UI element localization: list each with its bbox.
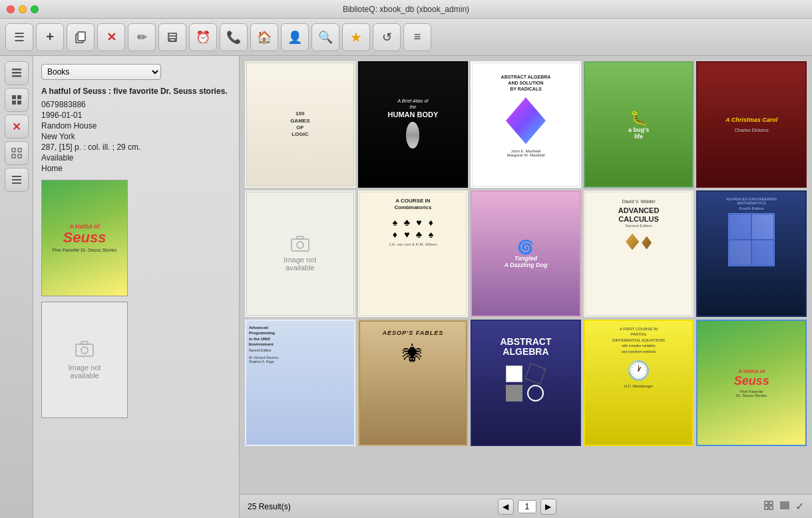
svg-point-19: [81, 347, 88, 354]
camera-icon: [75, 340, 95, 361]
copy-button[interactable]: [67, 23, 95, 51]
svg-rect-30: [781, 507, 789, 509]
svg-rect-28: [781, 502, 789, 503]
grid-cell-5[interactable]: A Christmas Carol Charles Dickens: [696, 61, 807, 188]
titlebar: BiblioteQ: xbook_db (xbook_admin): [0, 0, 812, 19]
svg-rect-1: [78, 32, 85, 41]
bottom-icon-2[interactable]: [779, 500, 790, 513]
bottom-icon-1[interactable]: [763, 500, 774, 513]
svg-rect-27: [769, 506, 773, 509]
tools-button[interactable]: ✏: [128, 23, 156, 51]
svg-rect-6: [12, 75, 21, 77]
refresh-button[interactable]: ↺: [373, 23, 401, 51]
grid-cell-4[interactable]: 🐛 a bug'slife: [584, 61, 694, 188]
no-image-label: Image notavailable: [284, 256, 316, 272]
svg-rect-8: [17, 95, 21, 99]
svg-rect-23: [297, 236, 304, 239]
grid-cell-13[interactable]: ABSTRACTALGEBRA: [471, 320, 581, 446]
book-cover-placeholder: Image notavailable: [41, 302, 128, 418]
book-title: A hatful of Seuss : five favorite Dr. Se…: [41, 87, 231, 97]
book-date: 1996-01-01: [41, 111, 231, 120]
close-button[interactable]: [7, 5, 15, 13]
svg-rect-16: [12, 179, 21, 180]
svg-rect-3: [170, 39, 175, 41]
list-button[interactable]: ≡: [403, 23, 431, 51]
bottom-icons: ✓: [763, 500, 804, 513]
search-button[interactable]: 🔍: [311, 23, 339, 51]
book-details: 287, [15] p. : col. ill. ; 29 cm.: [41, 142, 231, 152]
svg-rect-10: [17, 101, 21, 105]
placeholder-text: Image notavailable: [69, 364, 101, 380]
svg-rect-14: [18, 154, 21, 158]
svg-rect-29: [781, 505, 789, 506]
svg-rect-26: [765, 506, 768, 509]
clock-button[interactable]: ⏰: [189, 23, 217, 51]
window-title: BiblioteQ: xbook_db (xbook_admin): [343, 5, 469, 14]
bottom-icon-3[interactable]: ✓: [795, 500, 804, 513]
toolbar: ☰ + ✕ ✏ ⏰ 📞 🏠 👤 🔍 ★ ↺ ≡: [0, 19, 812, 56]
svg-rect-21: [292, 239, 309, 251]
phone-button[interactable]: 📞: [220, 23, 248, 51]
category-dropdown[interactable]: Books DVDs Journals Music CDs Video Game…: [41, 64, 161, 80]
grid-cell-2[interactable]: A Brief Atlas ofthe HUMAN BODY: [358, 61, 469, 188]
window-controls[interactable]: [7, 5, 39, 13]
main-layout: ✕ Books DVDs Journals Music CD: [0, 56, 812, 518]
grid-cell-10[interactable]: ADVANCED ENGINEERINGMATHEMATICS Fourth E…: [696, 190, 807, 317]
svg-rect-11: [12, 148, 15, 152]
sidebar-icon-1[interactable]: [5, 61, 29, 85]
svg-rect-12: [18, 148, 21, 152]
grid-cell-12[interactable]: AESOP'S FABLES 🕷: [358, 320, 469, 446]
next-page-button[interactable]: ▶: [540, 499, 556, 515]
svg-rect-7: [12, 95, 16, 99]
pagination: ◀ 1 ▶: [498, 499, 556, 515]
right-panel: 100GAMESOFLOGIC A Brief Atlas ofthe HUMA…: [240, 56, 812, 518]
delete-button[interactable]: ✕: [97, 23, 125, 51]
svg-rect-4: [12, 69, 21, 71]
book-status: Available: [41, 153, 231, 162]
book-publisher: Random House: [41, 121, 231, 130]
book-isbn: 0679883886: [41, 100, 231, 109]
grid-cell-6[interactable]: Image notavailable: [245, 190, 355, 317]
print-button[interactable]: [158, 23, 186, 51]
grid-cell-7[interactable]: A COURSE INCombinatorics ♠ ♣ ♥ ♦ ♦ ♥ ♣ ♠…: [358, 190, 469, 317]
grid-cell-3[interactable]: ABSTRACT ALGEBRAAND SOLUTIONBY RADICALS …: [471, 61, 581, 188]
book-cover-main[interactable]: A Hatful of Seuss Five Favorite Dr. Seus…: [41, 180, 128, 296]
grid-cell-15[interactable]: A Hatful of Seuss Five FavoriteDr. Seuss…: [696, 320, 807, 446]
bookmark-button[interactable]: ★: [342, 23, 370, 51]
svg-rect-24: [765, 501, 768, 505]
placeholder-cell-6: Image notavailable: [246, 192, 354, 316]
book-covers: A Hatful of Seuss Five Favorite Dr. Seus…: [41, 180, 231, 418]
grid-cell-8[interactable]: 🌀 TangledA Dazzling Dog: [471, 190, 581, 317]
sidebar-icon-2[interactable]: [5, 88, 29, 112]
results-count: 25 Result(s): [248, 502, 291, 511]
svg-rect-17: [12, 182, 21, 184]
left-panel: Books DVDs Journals Music CDs Video Game…: [33, 56, 240, 518]
home-button[interactable]: 🏠: [250, 23, 278, 51]
svg-point-22: [297, 242, 304, 248]
svg-rect-25: [769, 501, 773, 505]
add-button[interactable]: +: [36, 23, 64, 51]
svg-rect-18: [76, 344, 93, 356]
book-info: A hatful of Seuss : five favorite Dr. Se…: [41, 87, 231, 173]
sidebar-grid-icon[interactable]: [5, 141, 29, 165]
status-bar: 25 Result(s) ◀ 1 ▶: [240, 494, 812, 518]
sidebar-list-icon[interactable]: [5, 168, 29, 192]
menu-button[interactable]: ☰: [5, 23, 33, 51]
current-page: 1: [518, 500, 536, 513]
sidebar: ✕: [0, 56, 33, 518]
grid-cell-11[interactable]: AdvancedProgrammingin the UNIXEnvironmen…: [245, 320, 355, 446]
grid-cell-9[interactable]: David V. Widder ADVANCEDCALCULUS Second …: [584, 190, 694, 317]
svg-rect-15: [12, 176, 21, 177]
category-select-container: Books DVDs Journals Music CDs Video Game…: [41, 64, 231, 80]
book-grid: 100GAMESOFLOGIC A Brief Atlas ofthe HUMA…: [240, 56, 812, 494]
minimize-button[interactable]: [19, 5, 27, 13]
book-location: New York: [41, 132, 231, 141]
grid-cell-14[interactable]: A FIRST COURSE INPARTIALDIFFERENTIAL EQU…: [584, 320, 694, 446]
sidebar-remove-icon[interactable]: ✕: [5, 115, 29, 138]
members-button[interactable]: 👤: [281, 23, 309, 51]
svg-rect-13: [12, 154, 15, 158]
prev-page-button[interactable]: ◀: [498, 499, 514, 515]
svg-rect-9: [12, 101, 16, 105]
maximize-button[interactable]: [31, 5, 39, 13]
grid-cell-1[interactable]: 100GAMESOFLOGIC: [245, 61, 355, 188]
